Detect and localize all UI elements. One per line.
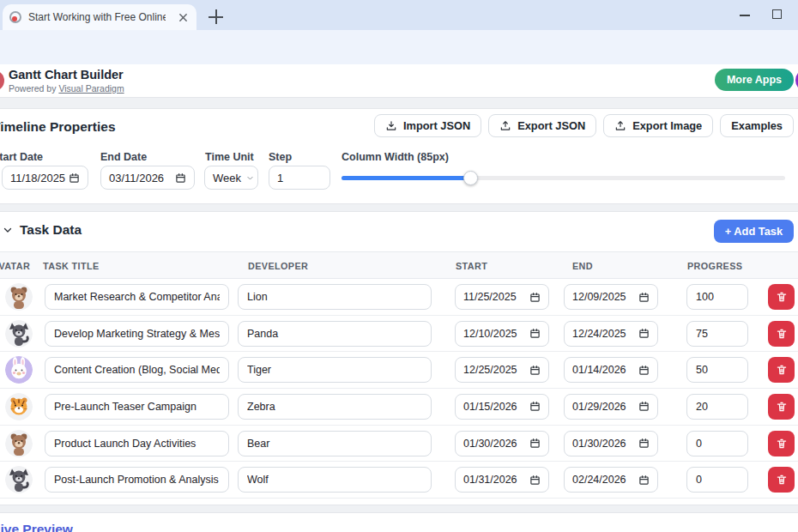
end-date-input[interactable]: 01/30/2026 xyxy=(564,431,658,456)
start-date-input[interactable]: 11/25/2025 xyxy=(455,284,549,310)
task-data-header[interactable]: Task Data xyxy=(3,222,82,238)
column-header-end: END xyxy=(572,261,593,271)
more-apps-button[interactable]: More Apps xyxy=(715,69,794,91)
calendar-icon[interactable] xyxy=(69,172,80,184)
calendar-icon[interactable] xyxy=(638,328,650,339)
calendar-icon[interactable] xyxy=(638,365,650,376)
new-tab-button[interactable] xyxy=(209,9,223,24)
task-title-input[interactable] xyxy=(45,357,229,383)
start-date-input[interactable]: 01/30/2026 xyxy=(455,431,549,456)
start-date-input[interactable]: 12/25/2025 xyxy=(455,357,549,383)
add-task-button[interactable]: + Add Task xyxy=(714,220,794,243)
calendar-icon[interactable] xyxy=(638,292,650,303)
app-header: Gantt Chart Builder Powered by Visual Pa… xyxy=(0,64,798,97)
task-row: 11/25/2025 12/09/2025 xyxy=(0,279,798,316)
browser-tab[interactable]: Start Working with Free Online xyxy=(3,4,196,30)
chevron-down-icon xyxy=(246,174,254,182)
start-date-input[interactable]: 01/15/2026 xyxy=(455,394,549,420)
calendar-icon[interactable] xyxy=(529,292,541,303)
import-json-button[interactable]: Import JSON xyxy=(374,114,481,137)
start-date-input[interactable]: 12/10/2025 xyxy=(455,321,549,347)
end-date-label: End Date xyxy=(100,151,147,163)
slider-thumb[interactable] xyxy=(463,171,478,185)
calendar-icon[interactable] xyxy=(175,172,186,184)
powered-by: Powered by Visual Paradigm xyxy=(9,83,124,94)
chevron-down-icon[interactable] xyxy=(3,225,13,235)
developer-input[interactable] xyxy=(238,394,432,420)
tab-close-icon[interactable] xyxy=(176,10,190,24)
section-divider xyxy=(0,97,798,109)
task-title-input[interactable] xyxy=(45,467,229,493)
progress-input[interactable] xyxy=(686,467,748,493)
calendar-icon[interactable] xyxy=(638,401,650,412)
slider-fill xyxy=(342,176,470,180)
examples-button[interactable]: Examples xyxy=(720,114,794,137)
calendar-icon[interactable] xyxy=(638,438,650,449)
start-date-label: Start Date xyxy=(0,151,43,163)
progress-input[interactable] xyxy=(686,431,748,456)
developer-input[interactable] xyxy=(238,321,432,347)
end-date-input[interactable]: 01/14/2026 xyxy=(564,357,658,383)
column-header-task-title: TASK TITLE xyxy=(43,261,100,271)
section-divider xyxy=(0,505,798,513)
browser-window: { "browser": { "tab_title": "Start Worki… xyxy=(0,0,798,532)
column-width-slider[interactable] xyxy=(342,166,785,190)
end-date-input[interactable]: 02/24/2026 xyxy=(564,467,658,493)
window-maximize-button[interactable] xyxy=(772,9,782,19)
trash-icon xyxy=(776,364,788,376)
export-json-button[interactable]: Export JSON xyxy=(488,114,596,137)
column-header-avatar: AVATAR xyxy=(0,261,30,271)
calendar-icon[interactable] xyxy=(529,438,541,449)
task-title-input[interactable] xyxy=(45,284,229,310)
task-row: 12/10/2025 12/24/2025 xyxy=(0,316,798,353)
column-header-start: START xyxy=(456,261,487,271)
start-date-input[interactable]: 01/31/2026 xyxy=(455,467,549,493)
column-header-progress: PROGRESS xyxy=(687,261,742,271)
delete-task-button[interactable] xyxy=(768,467,795,493)
visual-paradigm-link[interactable]: Visual Paradigm xyxy=(58,83,124,94)
end-date-input[interactable]: 01/29/2026 xyxy=(564,394,658,420)
task-title-input[interactable] xyxy=(45,431,229,456)
delete-task-button[interactable] xyxy=(768,394,795,420)
task-row: 01/30/2026 01/30/2026 xyxy=(0,426,798,462)
delete-task-button[interactable] xyxy=(768,431,795,456)
calendar-icon[interactable] xyxy=(529,401,541,412)
progress-input[interactable] xyxy=(686,357,748,383)
trash-icon xyxy=(776,438,788,450)
delete-task-button[interactable] xyxy=(768,357,795,383)
developer-input[interactable] xyxy=(238,357,432,383)
task-title-input[interactable] xyxy=(45,321,229,347)
timeline-properties-heading: Timeline Properties xyxy=(0,119,116,135)
task-rows: 11/25/2025 12/09/2025 xyxy=(0,279,798,499)
end-date-input[interactable]: 12/09/2025 xyxy=(564,284,658,310)
export-image-button[interactable]: Export Image xyxy=(603,114,713,137)
end-date-input[interactable]: 12/24/2025 xyxy=(564,321,658,347)
step-input[interactable] xyxy=(269,166,330,190)
rabbit-avatar xyxy=(5,356,33,384)
browser-toolbar: ai-toolbox.visual-paradigm.com/app/gantt… xyxy=(0,30,798,64)
trash-icon xyxy=(776,401,788,413)
window-minimize-button[interactable] xyxy=(740,15,750,16)
calendar-icon[interactable] xyxy=(529,365,541,376)
developer-input[interactable] xyxy=(238,431,432,456)
calendar-icon[interactable] xyxy=(529,328,541,339)
task-title-input[interactable] xyxy=(45,394,229,420)
trash-icon xyxy=(776,328,788,340)
time-unit-select[interactable]: Week xyxy=(204,166,258,190)
developer-input[interactable] xyxy=(238,284,432,310)
column-width-label: Column Width (85px) xyxy=(342,151,449,163)
tab-title: Start Working with Free Online xyxy=(28,11,166,23)
calendar-icon[interactable] xyxy=(638,475,650,486)
delete-task-button[interactable] xyxy=(768,284,795,310)
column-header-developer: DEVELOPER xyxy=(248,261,308,271)
upload-icon xyxy=(614,120,626,132)
upload-icon xyxy=(499,120,511,132)
start-date-input[interactable]: 11/18/2025 xyxy=(2,166,88,190)
calendar-icon[interactable] xyxy=(529,475,541,486)
end-date-input[interactable]: 03/11/2026 xyxy=(100,166,195,190)
delete-task-button[interactable] xyxy=(768,321,795,347)
developer-input[interactable] xyxy=(238,467,432,493)
progress-input[interactable] xyxy=(686,284,748,310)
progress-input[interactable] xyxy=(686,394,748,420)
progress-input[interactable] xyxy=(686,321,748,347)
